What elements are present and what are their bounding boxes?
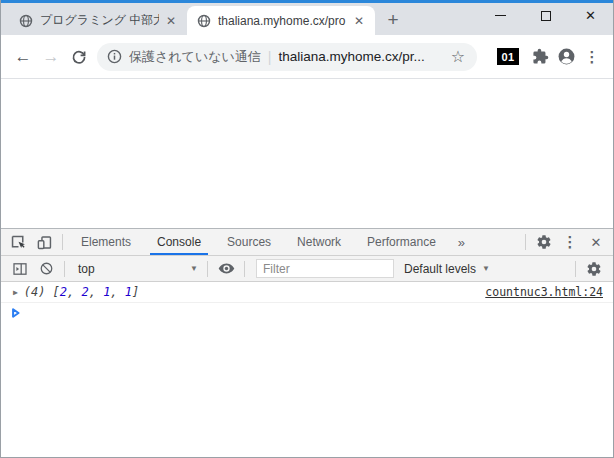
devtools-right-controls: ⋮ ✕ (520, 230, 609, 254)
context-selector-dropdown[interactable]: top ▼ (70, 262, 202, 276)
forward-button: → (37, 43, 65, 71)
browser-tab-2-active[interactable]: thaliana.myhome.cx/pro ✕ (187, 6, 375, 35)
toolbar-divider (575, 261, 576, 277)
log-levels-dropdown[interactable]: Default levels ▼ (394, 262, 500, 276)
close-icon: ✕ (585, 9, 596, 22)
log-levels-label: Default levels (404, 262, 476, 276)
toolbar-divider (64, 261, 65, 277)
console-prompt-row[interactable] (1, 303, 613, 322)
tab-strip: プログラミング 中部大学20 ✕ thaliana.myhome.cx/pro … (1, 3, 613, 35)
devtools-close-icon[interactable]: ✕ (583, 230, 609, 254)
console-prompt-chevron-icon (11, 308, 21, 318)
toolbar-divider (62, 234, 63, 250)
reload-icon (71, 49, 87, 65)
profile-avatar-icon[interactable] (553, 44, 579, 70)
toolbar-divider (207, 261, 208, 277)
inspect-element-icon[interactable] (5, 230, 31, 254)
tab-close-icon[interactable]: ✕ (163, 13, 179, 29)
tab-close-icon[interactable]: ✕ (351, 13, 367, 29)
maximize-icon (541, 11, 551, 21)
devtools-menu-icon[interactable]: ⋮ (557, 230, 583, 254)
toolbar-right-icons: 01 ⋮ (489, 44, 605, 70)
array-preview: (4)[2, 2, 1, 1] (24, 285, 139, 299)
devtools-panel: Elements Console Sources Network Perform… (1, 228, 613, 457)
security-status-label[interactable]: 保護されていない通信 (129, 48, 261, 66)
console-message-row: ▶ (4)[2, 2, 1, 1] countnuc3.html:24 (1, 282, 613, 303)
extension-01-icon[interactable]: 01 (497, 48, 519, 65)
browser-toolbar: ← → 保護されていない通信 | thaliana.myhome.cx/pr..… (1, 35, 613, 79)
globe-favicon-icon (19, 14, 33, 28)
page-content (1, 79, 613, 228)
extensions-puzzle-icon[interactable] (527, 44, 553, 70)
array-tokens: [2, 2, 1, 1] (53, 285, 140, 299)
chevron-down-icon: ▼ (482, 264, 490, 273)
close-button[interactable]: ✕ (568, 0, 613, 31)
tab-performance[interactable]: Performance (354, 229, 449, 255)
tab-network[interactable]: Network (284, 229, 354, 255)
bookmark-star-icon[interactable]: ☆ (451, 47, 465, 66)
chevron-down-icon: ▼ (190, 264, 198, 273)
console-settings-gear-icon[interactable] (581, 257, 607, 281)
tab-console[interactable]: Console (144, 229, 214, 255)
more-tabs-chevron-icon[interactable]: » (449, 235, 474, 250)
live-expression-eye-icon[interactable] (213, 257, 239, 281)
minimize-icon (495, 15, 506, 16)
tab-elements[interactable]: Elements (68, 229, 144, 255)
toolbar-divider (525, 234, 526, 250)
browser-menu-icon[interactable]: ⋮ (579, 44, 605, 70)
context-selector-value: top (78, 262, 190, 276)
reload-button[interactable] (65, 43, 93, 71)
browser-tab-1[interactable]: プログラミング 中部大学20 ✕ (9, 6, 187, 35)
browser-window: プログラミング 中部大学20 ✕ thaliana.myhome.cx/pro … (0, 0, 614, 458)
console-output-area: ▶ (4)[2, 2, 1, 1] countnuc3.html:24 (1, 282, 613, 457)
console-filter-input[interactable] (256, 259, 394, 278)
toolbar-divider (244, 261, 245, 277)
source-location-link[interactable]: countnuc3.html:24 (485, 285, 603, 299)
minimize-button[interactable] (478, 0, 523, 31)
devtools-tab-bar: Elements Console Sources Network Perform… (1, 229, 613, 256)
address-bar[interactable]: 保護されていない通信 | thaliana.myhome.cx/pr... ☆ (97, 43, 477, 71)
array-count: (4) (24, 285, 46, 299)
maximize-button[interactable] (523, 0, 568, 31)
console-sidebar-icon[interactable] (7, 257, 33, 281)
omnibox-separator: | (268, 49, 272, 65)
new-tab-button[interactable]: + (379, 6, 407, 34)
device-toolbar-icon[interactable] (31, 230, 57, 254)
expand-triangle-icon[interactable]: ▶ (13, 288, 18, 297)
tab-title: プログラミング 中部大学20 (40, 12, 159, 29)
devtools-settings-gear-icon[interactable] (531, 230, 557, 254)
tab-sources[interactable]: Sources (214, 229, 284, 255)
info-icon[interactable] (107, 49, 122, 64)
clear-console-icon[interactable] (33, 257, 59, 281)
tab-title: thaliana.myhome.cx/pro (218, 14, 347, 28)
url-text[interactable]: thaliana.myhome.cx/pr... (278, 49, 442, 64)
globe-favicon-icon (197, 14, 211, 28)
window-controls: ✕ (478, 0, 613, 31)
console-toolbar: top ▼ Default levels ▼ (1, 256, 613, 282)
back-button[interactable]: ← (9, 43, 37, 71)
